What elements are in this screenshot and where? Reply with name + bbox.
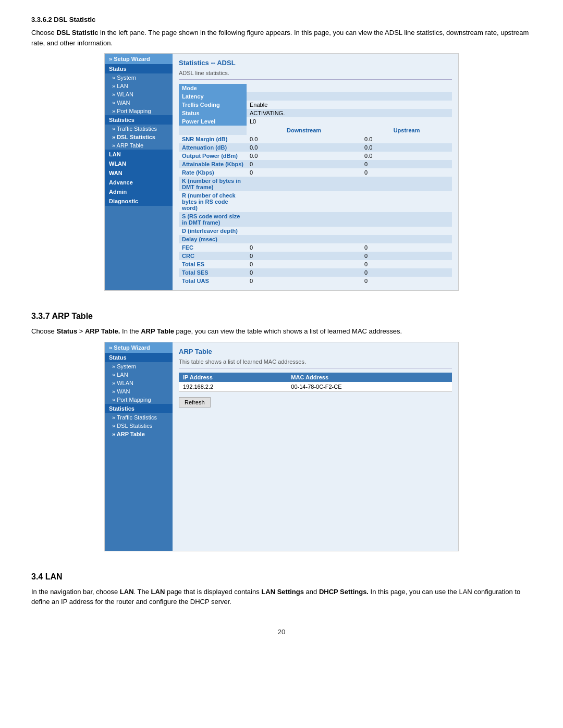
arp-sidebar: » Setup Wizard Status » System » LAN » W…: [105, 342, 173, 551]
table-row: SNR Margin (dB) 0.0 0.0: [179, 135, 452, 143]
dsl-k-label: K (number of bytes in DMT frame): [179, 177, 247, 191]
dsl-attainable-rate-label: Attainable Rate (Kbps): [179, 160, 247, 168]
sidebar-group-lan[interactable]: LAN: [105, 150, 173, 159]
dsl-total-ses-downstream: 0: [247, 268, 361, 277]
lan-desc-bold2: LAN: [151, 588, 165, 596]
arp-sidebar-item-wlan[interactable]: » WLAN: [105, 379, 173, 387]
table-row: Mode: [179, 84, 452, 92]
dsl-s-label: S (RS code word size in DMT frame): [179, 212, 247, 227]
table-row: FEC 0 0: [179, 243, 452, 252]
arp-data-table: IP Address MAC Address 192.168.2.2 00-14…: [179, 373, 452, 392]
sidebar-group-wlan[interactable]: WLAN: [105, 159, 173, 168]
dsl-attainable-rate-downstream: 0: [247, 160, 361, 168]
sidebar-item-traffic-statistics[interactable]: » Traffic Statistics: [105, 125, 173, 133]
sidebar-wizard[interactable]: » Setup Wizard: [105, 54, 173, 64]
table-row: Total UAS 0 0: [179, 277, 452, 285]
arp-sidebar-item-lan[interactable]: » LAN: [105, 371, 173, 379]
table-row: Total ES 0 0: [179, 260, 452, 268]
table-row: R (number of check bytes in RS code word…: [179, 191, 452, 212]
arp-sidebar-item-arp[interactable]: » ARP Table: [105, 430, 173, 438]
dsl-page-title: Statistics -- ADSL: [179, 59, 452, 67]
sidebar-item-lan[interactable]: » LAN: [105, 82, 173, 90]
dsl-rate-downstream: 0: [247, 168, 361, 177]
table-row: Output Power (dBm) 0.0 0.0: [179, 152, 452, 160]
dsl-attenuation-upstream: 0.0: [361, 143, 452, 152]
dsl-heading: 3.3.6.2 DSL Statistic: [31, 16, 532, 23]
arp-sidebar-item-dsl[interactable]: » DSL Statistics: [105, 422, 173, 430]
sidebar-item-wan[interactable]: » WAN: [105, 98, 173, 107]
arp-col-ip: IP Address: [179, 373, 287, 382]
dsl-fec-label: FEC: [179, 243, 247, 252]
arp-sidebar-item-traffic[interactable]: » Traffic Statistics: [105, 413, 173, 422]
sidebar-item-system[interactable]: » System: [105, 73, 173, 82]
sidebar-item-port-mapping[interactable]: » Port Mapping: [105, 107, 173, 115]
dsl-total-ses-upstream: 0: [361, 268, 452, 277]
arp-sidebar-wizard[interactable]: » Setup Wizard: [105, 342, 173, 353]
table-row: Downstream Upstream: [179, 126, 452, 135]
dsl-mode-label: Mode: [179, 84, 247, 92]
refresh-button[interactable]: Refresh: [179, 397, 211, 408]
dsl-snr-label: SNR Margin (dB): [179, 135, 247, 143]
lan-desc-bold3: LAN Settings: [261, 588, 304, 596]
sidebar-group-wan[interactable]: WAN: [105, 168, 173, 178]
upstream-header: Upstream: [361, 126, 452, 135]
dsl-total-uas-upstream: 0: [361, 277, 452, 285]
sidebar-group-status[interactable]: Status: [105, 64, 173, 73]
dsl-trellis-value: Enable: [247, 101, 361, 109]
dsl-output-power-downstream: 0.0: [247, 152, 361, 160]
table-row: Attenuation (dB) 0.0 0.0: [179, 143, 452, 152]
dsl-attenuation-downstream: 0.0: [247, 143, 361, 152]
table-row: Latency: [179, 92, 452, 101]
arp-table-header-row: IP Address MAC Address: [179, 373, 452, 382]
dsl-total-uas-label: Total UAS: [179, 277, 247, 285]
dsl-power-label: Power Level: [179, 117, 247, 126]
arp-sidebar-item-port-mapping[interactable]: » Port Mapping: [105, 396, 173, 404]
sidebar-item-wlan[interactable]: » WLAN: [105, 90, 173, 98]
sidebar-group-advance[interactable]: Advance: [105, 178, 173, 187]
table-row: Trellis Coding Enable: [179, 101, 452, 109]
arp-page-subtitle: This table shows a list of learned MAC a…: [179, 359, 452, 368]
dsl-screenshot: » Setup Wizard Status » System » LAN » W…: [104, 53, 459, 291]
table-row: Total SES 0 0: [179, 268, 452, 277]
arp-sidebar-item-wan[interactable]: » WAN: [105, 387, 173, 396]
sidebar-group-admin[interactable]: Admin: [105, 187, 173, 196]
sidebar-group-statistics[interactable]: Statistics: [105, 115, 173, 125]
dsl-crc-downstream: 0: [247, 252, 361, 260]
sidebar-item-arp-table[interactable]: » ARP Table: [105, 141, 173, 150]
arp-desc-bold3: ARP Table: [141, 327, 174, 335]
dsl-description: Choose DSL Statistic in the left pane. T…: [31, 28, 532, 48]
lan-desc-bold1: LAN: [120, 588, 134, 596]
arp-desc-bold2: ARP Table.: [85, 327, 120, 335]
arp-heading: 3.3.7 ARP Table: [31, 312, 532, 321]
arp-desc-bold1: Status: [56, 327, 77, 335]
arp-row-ip: 192.168.2.2: [179, 382, 287, 392]
dsl-total-ses-label: Total SES: [179, 268, 247, 277]
table-row: Power Level L0: [179, 117, 452, 126]
arp-sidebar-item-system[interactable]: » System: [105, 362, 173, 371]
downstream-header: Downstream: [247, 126, 361, 135]
dsl-status-value: ACTIVATING.: [247, 109, 361, 117]
table-row: K (number of bytes in DMT frame): [179, 177, 452, 191]
arp-table-section: 3.3.7 ARP Table Choose Status > ARP Tabl…: [31, 312, 532, 551]
table-row: Status ACTIVATING.: [179, 109, 452, 117]
dsl-total-es-upstream: 0: [361, 260, 452, 268]
dsl-output-power-upstream: 0.0: [361, 152, 452, 160]
dsl-trellis-label: Trellis Coding: [179, 101, 247, 109]
dsl-status-label: Status: [179, 109, 247, 117]
dsl-sidebar: » Setup Wizard Status » System » LAN » W…: [105, 54, 173, 290]
dsl-power-value: L0: [247, 117, 361, 126]
arp-sidebar-group-statistics[interactable]: Statistics: [105, 404, 173, 413]
table-row: Delay (msec): [179, 235, 452, 243]
dsl-stats-table: Mode Latency Trellis Coding Enable: [179, 84, 452, 285]
sidebar-item-dsl-statistics[interactable]: » DSL Statistics: [105, 133, 173, 141]
dsl-attainable-rate-upstream: 0: [361, 160, 452, 168]
arp-sidebar-group-status[interactable]: Status: [105, 353, 173, 362]
dsl-desc-bold: DSL Statistic: [56, 29, 98, 36]
page-number: 20: [31, 628, 532, 636]
dsl-snr-upstream: 0.0: [361, 135, 452, 143]
dsl-page-subtitle: ADSL line statistics.: [179, 70, 452, 80]
dsl-statistic-section: 3.3.6.2 DSL Statistic Choose DSL Statist…: [31, 16, 532, 291]
dsl-rate-label: Rate (Kbps): [179, 168, 247, 177]
sidebar-group-diagnostic[interactable]: Diagnostic: [105, 196, 173, 206]
dsl-total-es-downstream: 0: [247, 260, 361, 268]
